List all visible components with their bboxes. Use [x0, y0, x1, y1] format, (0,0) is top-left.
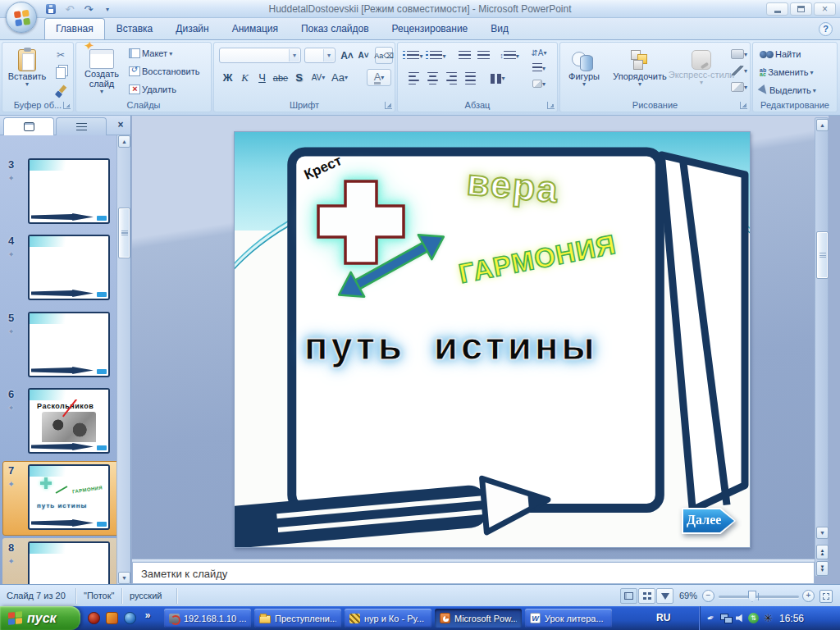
task-remote-desktop[interactable]: 192.168.1.10 ...: [164, 609, 251, 628]
paste-button[interactable]: Вставить ▾: [7, 45, 48, 103]
select-button[interactable]: Выделить ▾: [760, 85, 816, 95]
bullets-button[interactable]: ▾: [404, 48, 426, 64]
increase-indent-button[interactable]: [474, 48, 492, 64]
paragraph-dialog-launcher[interactable]: [547, 102, 555, 109]
next-slide-scroll-button[interactable]: ▼▼: [816, 561, 829, 576]
quicklaunch-app2[interactable]: [103, 609, 120, 626]
save-button[interactable]: [43, 2, 59, 16]
tab-vid[interactable]: Вид: [479, 18, 520, 39]
thumbnail-preview[interactable]: [28, 541, 110, 584]
network-tray-icon[interactable]: [720, 613, 733, 623]
slide-thumbnail-8[interactable]: 8 ✦: [5, 541, 116, 584]
align-text-button[interactable]: ▾: [527, 61, 551, 75]
tab-dizain[interactable]: Дизайн: [164, 18, 220, 39]
slide-thumbnail-4[interactable]: 4 ✦: [5, 235, 116, 305]
layout-button[interactable]: Макет ▾: [129, 48, 172, 58]
zoom-out-button[interactable]: −: [702, 590, 714, 602]
font-name-combo[interactable]: ▾: [219, 48, 301, 63]
help-button[interactable]: ?: [819, 22, 833, 36]
language-bar[interactable]: RU: [656, 612, 670, 623]
slideshow-button[interactable]: [656, 588, 673, 604]
font-dialog-launcher[interactable]: [385, 102, 392, 109]
update-tray-icon[interactable]: ⇅: [748, 613, 759, 623]
undo-button[interactable]: ↶: [62, 2, 78, 16]
task-nur-i-ko[interactable]: нур и Ко - Ру...: [345, 609, 431, 628]
numbering-button[interactable]: ▾: [427, 48, 449, 64]
thumbnail-preview[interactable]: [28, 235, 110, 300]
delete-slide-button[interactable]: Удалить: [129, 84, 176, 94]
restore-button[interactable]: [790, 2, 812, 16]
quicklaunch-app1[interactable]: [85, 609, 102, 626]
align-left-button[interactable]: [404, 70, 422, 87]
notes-pane[interactable]: Заметки к слайду: [132, 562, 815, 584]
reset-button[interactable]: Восстановить: [129, 66, 199, 76]
find-button[interactable]: Найти: [760, 49, 801, 59]
close-panel-button[interactable]: ×: [114, 119, 127, 132]
scroll-up-button[interactable]: ▲: [118, 135, 130, 148]
text-shadow-button[interactable]: S: [290, 69, 308, 86]
line-spacing-button[interactable]: ↕▾: [498, 48, 521, 64]
quicklaunch-browser[interactable]: [121, 609, 138, 626]
tab-outline[interactable]: [56, 117, 107, 135]
antivirus-tray-icon[interactable]: ✳: [762, 612, 774, 624]
drawing-dialog-launcher[interactable]: [740, 102, 747, 109]
slide-sorter-button[interactable]: [638, 588, 655, 604]
bold-button[interactable]: Ж: [219, 69, 236, 86]
next-slide-button[interactable]: Далее: [682, 508, 736, 534]
arrange-button[interactable]: Упорядочить ▾: [607, 45, 673, 103]
tab-pokaz-slaidov[interactable]: Показ слайдов: [290, 18, 381, 39]
format-painter-button[interactable]: [52, 83, 70, 99]
fit-to-window-button[interactable]: [819, 590, 833, 603]
previous-slide-button[interactable]: ▲▲: [816, 545, 829, 559]
zoom-slider-thumb[interactable]: [748, 591, 756, 602]
tab-vstavka[interactable]: Вставка: [105, 18, 165, 39]
tab-slides-thumbnails[interactable]: [3, 117, 54, 135]
slide-thumbnail-6[interactable]: 6 ✦ Раскольников: [5, 388, 116, 459]
slide-canvas[interactable]: Крест вера ГАРМОНИЯ путь истины: [234, 131, 751, 548]
pen-tray-icon[interactable]: ✒: [703, 610, 719, 626]
volume-tray-icon[interactable]: [736, 614, 745, 623]
strikethrough-button[interactable]: abe: [271, 69, 290, 86]
language-indicator[interactable]: русский: [130, 591, 162, 600]
zoom-level[interactable]: 69%: [679, 591, 697, 600]
cut-button[interactable]: ✂: [52, 47, 70, 63]
font-size-combo[interactable]: ▾: [304, 48, 336, 63]
zoom-in-button[interactable]: +: [802, 590, 815, 602]
character-spacing-button[interactable]: AV▾: [308, 69, 329, 86]
shape-effects-button[interactable]: ▾: [729, 80, 749, 94]
scrollbar-thumb[interactable]: [118, 208, 130, 258]
thumbnail-preview[interactable]: ГАРМОНИЯ путь истины: [28, 464, 110, 530]
quick-styles-button[interactable]: Экспресс-стили ▾: [674, 45, 728, 103]
justify-button[interactable]: [461, 70, 479, 87]
text-direction-button[interactable]: ⇵A▾: [527, 45, 551, 60]
replace-button[interactable]: abac Заменить ▾: [760, 67, 814, 77]
slide-editing-area[interactable]: Крест вера ГАРМОНИЯ путь истины: [132, 116, 829, 562]
normal-view-button[interactable]: [620, 588, 637, 604]
slide-thumbnail-3[interactable]: 3 ✦: [5, 158, 116, 229]
thumbnail-preview[interactable]: [28, 312, 110, 377]
shapes-button[interactable]: Фигуры ▾: [563, 45, 605, 103]
tab-retsenzirovanie[interactable]: Рецензирование: [381, 18, 480, 39]
scroll-down-button[interactable]: ▼: [816, 527, 829, 539]
customize-qat-button[interactable]: ▾: [99, 2, 116, 16]
copy-button[interactable]: [52, 65, 70, 81]
tab-glavnaya[interactable]: Главная: [44, 18, 105, 39]
increase-font-button[interactable]: A˄: [339, 48, 355, 63]
task-word-document[interactable]: W Урок литера...: [525, 609, 612, 628]
theme-name[interactable]: "Поток": [84, 591, 114, 600]
thumbnail-preview[interactable]: Раскольников: [28, 388, 110, 454]
scroll-down-button[interactable]: ▼: [118, 572, 130, 584]
underline-button[interactable]: Ч: [253, 69, 271, 86]
shape-fill-button[interactable]: ▾: [729, 47, 749, 62]
close-button[interactable]: ×: [814, 2, 836, 16]
align-center-button[interactable]: [423, 70, 441, 87]
columns-button[interactable]: ▾: [486, 70, 509, 87]
quicklaunch-overflow[interactable]: »: [139, 607, 156, 623]
shape-outline-button[interactable]: ▾: [729, 63, 749, 78]
minimize-button[interactable]: [766, 2, 788, 16]
slide-thumbnail-7-selected[interactable]: 7 ✦ ГАРМОНИЯ путь истины: [5, 464, 116, 535]
decrease-indent-button[interactable]: [455, 48, 473, 64]
scrollbar-thumb[interactable]: [816, 231, 829, 279]
decrease-font-button[interactable]: A˅: [355, 48, 372, 63]
tab-animatsiya[interactable]: Анимация: [221, 18, 290, 39]
